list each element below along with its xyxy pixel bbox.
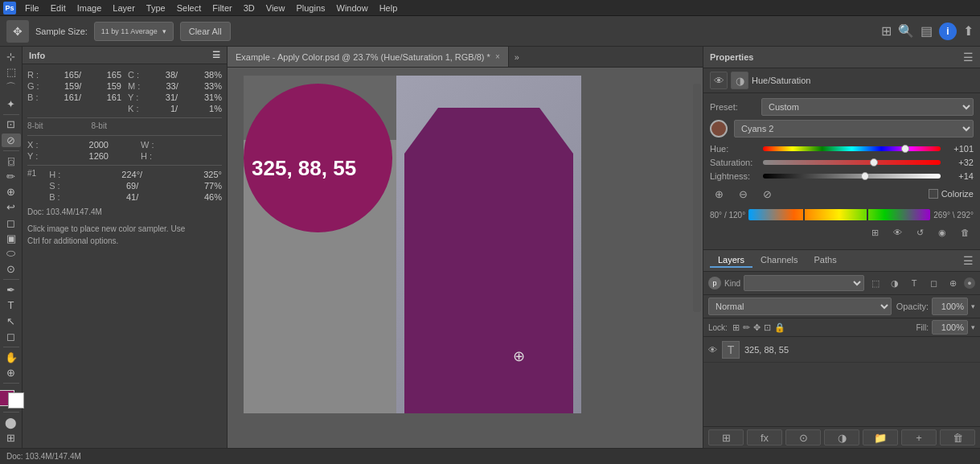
add-fx-btn[interactable]: fx xyxy=(747,429,782,446)
menu-layer[interactable]: Layer xyxy=(107,2,141,14)
brush-tool-btn[interactable]: ✏ xyxy=(2,170,21,183)
colorize-checkbox[interactable] xyxy=(929,189,938,199)
lock-all-icon[interactable]: 🔒 xyxy=(774,322,785,333)
text-tool-btn[interactable]: T xyxy=(2,298,21,312)
light-slider-thumb[interactable] xyxy=(861,172,869,180)
menu-image[interactable]: Image xyxy=(72,2,108,14)
properties-menu-icon[interactable]: ☰ xyxy=(963,51,974,64)
quick-mask-btn[interactable]: ⬤ xyxy=(2,415,21,429)
lock-draw-icon[interactable]: ✏ xyxy=(743,322,750,333)
hue-bar-left-thumb[interactable] xyxy=(803,209,805,220)
layer-filter-smart-icon[interactable]: ⊕ xyxy=(945,275,961,291)
menu-plugins[interactable]: Plugins xyxy=(290,2,330,14)
range-clip-btn[interactable]: ⊞ xyxy=(866,224,884,241)
info-panel-menu-icon[interactable]: ☰ xyxy=(212,50,220,60)
eyedropper-add-btn[interactable]: ⊕ xyxy=(710,185,728,203)
dodge-btn[interactable]: ⊙ xyxy=(2,262,21,276)
sample-size-dropdown[interactable]: 11 by 11 Average ▾ xyxy=(94,22,174,41)
opacity-arrow-icon[interactable]: ▾ xyxy=(971,302,975,310)
eyedropper-subtract-btn[interactable]: ⊖ xyxy=(734,185,752,203)
menu-filter[interactable]: Filter xyxy=(207,2,237,14)
move-tool-btn[interactable]: ⊹ xyxy=(2,50,21,64)
fill-input[interactable] xyxy=(932,320,968,335)
tab-layers[interactable]: Layers xyxy=(710,253,752,268)
color-swatches[interactable] xyxy=(0,390,24,409)
preset-select[interactable]: Custom xyxy=(761,98,974,116)
menu-window[interactable]: Window xyxy=(331,2,374,14)
menu-file[interactable]: File xyxy=(19,2,45,14)
canvas-tab-close-icon[interactable]: × xyxy=(495,52,500,61)
blend-mode-select[interactable]: Normal xyxy=(708,298,892,315)
opacity-input[interactable] xyxy=(932,298,968,315)
range-refresh-btn[interactable]: ↺ xyxy=(911,224,929,241)
menu-3d[interactable]: 3D xyxy=(238,2,260,14)
menu-help[interactable]: Help xyxy=(374,2,404,14)
pen-tool-btn[interactable]: ✒ xyxy=(2,283,21,297)
menu-view[interactable]: View xyxy=(260,2,291,14)
history-brush-btn[interactable]: ↩ xyxy=(2,200,21,214)
selection-tool-btn[interactable]: ⬚ xyxy=(2,65,21,79)
menu-edit[interactable]: Edit xyxy=(45,2,72,14)
canvas-viewport[interactable]: 325, 88, 55 ⊕ xyxy=(228,68,703,448)
prop-icon-eye-btn[interactable]: 👁 xyxy=(710,72,728,89)
add-adjustment-btn[interactable]: ◑ xyxy=(824,429,859,446)
gradient-btn[interactable]: ▣ xyxy=(2,232,21,245)
layer-filter-adj-icon[interactable]: ◑ xyxy=(887,275,903,291)
lock-artboard-icon[interactable]: ⊡ xyxy=(764,322,771,333)
prop-icon-adj-btn[interactable]: ◑ xyxy=(731,72,748,89)
tab-channels[interactable]: Channels xyxy=(752,253,806,268)
lasso-tool-btn[interactable]: ⌒ xyxy=(2,80,21,95)
hue-slider-thumb[interactable] xyxy=(901,145,909,153)
sampler-tool-icon[interactable]: ✥ xyxy=(6,20,29,43)
layers-menu-icon[interactable]: ☰ xyxy=(963,254,974,267)
layer-item[interactable]: 👁 T 325, 88, 55 xyxy=(703,337,980,363)
layer-filter-active-icon[interactable]: ● xyxy=(964,277,975,289)
filter-toggle-btn[interactable]: p xyxy=(708,277,721,289)
background-color-swatch[interactable] xyxy=(8,392,24,409)
screen-mode-btn[interactable]: ⊞ xyxy=(2,431,21,445)
lock-position-icon[interactable]: ⊞ xyxy=(732,322,740,333)
vertical-scrollbar[interactable] xyxy=(693,84,701,312)
workspace-icon[interactable]: ▤ xyxy=(921,23,933,39)
shape-tool-btn[interactable]: ◻ xyxy=(2,330,21,343)
lock-move-icon[interactable]: ✥ xyxy=(753,322,761,333)
share-icon[interactable]: ⬆ xyxy=(963,23,974,39)
add-link-btn[interactable]: ⊞ xyxy=(708,429,744,446)
zoom-tool-btn[interactable]: ⊕ xyxy=(2,366,21,380)
channel-select[interactable]: Cyans 2 xyxy=(734,120,974,138)
search-icon[interactable]: 🔍 xyxy=(898,23,914,39)
arrange-icon[interactable]: ⊞ xyxy=(881,23,892,39)
hue-slider-track[interactable] xyxy=(763,146,941,151)
menu-type[interactable]: Type xyxy=(141,2,171,14)
add-group-btn[interactable]: 📁 xyxy=(863,429,898,446)
layer-filter-text-icon[interactable]: T xyxy=(906,275,922,291)
sat-slider-track[interactable] xyxy=(763,160,941,165)
layer-filter-pixel-icon[interactable]: ⬚ xyxy=(867,275,884,291)
crop-tool-btn[interactable]: ⊡ xyxy=(2,117,21,131)
blur-btn[interactable]: ⬭ xyxy=(2,247,21,261)
light-slider-track[interactable] xyxy=(763,174,941,179)
spot-heal-btn[interactable]: ⌼ xyxy=(2,154,21,168)
clear-all-button[interactable]: Clear All xyxy=(180,22,231,41)
eyedropper-tool-btn active[interactable]: ⊘ xyxy=(2,133,21,147)
delete-layer-btn[interactable]: 🗑 xyxy=(940,429,975,446)
layer-filter-shape-icon[interactable]: ◻ xyxy=(925,275,941,291)
path-select-btn[interactable]: ↖ xyxy=(2,314,21,327)
range-visibility-btn[interactable]: 👁 xyxy=(888,224,906,241)
eraser-btn[interactable]: ◻ xyxy=(2,216,21,229)
range-delete-btn[interactable]: 🗑 xyxy=(956,224,974,241)
menu-select[interactable]: Select xyxy=(171,2,207,14)
hue-gradient-bar[interactable] xyxy=(748,209,930,220)
canvas-tab[interactable]: Example - Apply Color.psd @ 23.7% (Hue/S… xyxy=(228,47,509,67)
add-layer-btn[interactable]: + xyxy=(901,429,937,446)
eyedropper-sample-btn[interactable]: ⊘ xyxy=(758,185,776,203)
kind-select[interactable] xyxy=(744,275,864,291)
hue-bar-right-thumb[interactable] xyxy=(867,209,868,220)
add-mask-btn[interactable]: ⊙ xyxy=(785,429,821,446)
magic-wand-btn[interactable]: ✦ xyxy=(2,96,21,110)
tab-nav-btn[interactable]: » xyxy=(509,49,525,65)
fill-arrow-icon[interactable]: ▾ xyxy=(971,323,975,331)
layer-visibility-icon[interactable]: 👁 xyxy=(708,345,717,355)
clone-stamp-btn[interactable]: ⊕ xyxy=(2,185,21,199)
info-icon[interactable]: i xyxy=(939,23,957,40)
